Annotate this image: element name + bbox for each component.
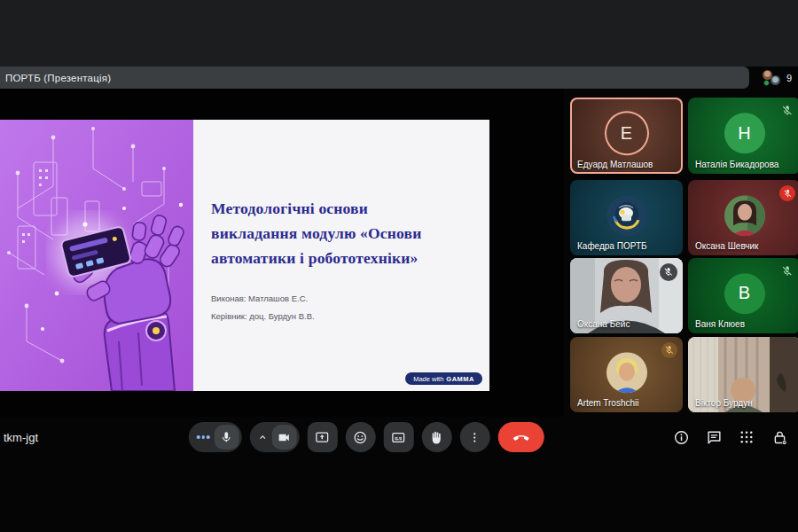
microphone-button[interactable] — [189, 422, 242, 452]
grid-dots-icon — [739, 429, 755, 445]
tile-kafedra-portb[interactable]: Кафедра ПОРТБ — [570, 180, 683, 255]
call-toolbar: tkm-jgt — [0, 417, 798, 458]
participant-name: Оксана Бейс — [577, 319, 630, 329]
hand-icon — [429, 430, 444, 445]
slide-title: Методологічні основи викладання модулю «… — [211, 196, 473, 270]
camera-button[interactable] — [249, 422, 299, 452]
avatar — [724, 195, 765, 236]
tile-vanya-klyuev[interactable]: В Ваня Клюев — [688, 258, 798, 333]
presentation-title: ПОРТБ (Презентація) — [5, 73, 111, 83]
participant-name: Artem Troshchii — [577, 398, 638, 408]
camera-icon — [271, 425, 296, 450]
chat-button[interactable] — [704, 427, 724, 447]
tile-natalia-bykadorova[interactable]: Н Наталія Бикадорова — [688, 98, 798, 174]
more-options-icon — [468, 431, 481, 444]
chat-bubble-icon — [706, 429, 723, 446]
participant-name: Наталія Бикадорова — [695, 160, 778, 169]
slide: Методологічні основи викладання модулю «… — [0, 120, 489, 391]
tile-oksana-shevchyk[interactable]: Оксана Шевчик — [688, 180, 798, 255]
reactions-button[interactable] — [345, 422, 375, 452]
avatar — [606, 195, 647, 236]
tile-eduard-matlashov[interactable]: Е Едуард Матлашов — [570, 98, 683, 174]
slide-illustration — [0, 120, 193, 391]
presentation-title-bar: ПОРТБ (Презентація) — [0, 66, 749, 89]
avatar: Е — [606, 113, 647, 153]
meeting-details-button[interactable] — [671, 427, 691, 447]
lock-gear-icon — [771, 429, 788, 446]
slide-author: Виконав: Матлашов Е.С. — [211, 290, 473, 308]
activities-button[interactable] — [737, 427, 756, 447]
host-controls-button[interactable] — [770, 427, 789, 447]
more-options-button[interactable] — [459, 422, 489, 452]
participants-counter[interactable]: 9 — [761, 66, 792, 89]
present-screen-icon — [315, 430, 330, 445]
present-screen-button[interactable] — [307, 422, 337, 452]
avatar: В — [724, 273, 765, 314]
participant-name: Віктор Бурдун — [695, 398, 753, 408]
avatar — [606, 352, 647, 393]
tile-artem-troshchii[interactable]: Artem Troshchii — [570, 337, 683, 412]
meeting-code: tkm-jgt — [4, 417, 38, 458]
participant-avatars-icon — [761, 69, 782, 87]
audio-activity-icon — [197, 435, 210, 439]
mic-off-icon — [661, 342, 677, 358]
participant-grid: Е Едуард Матлашов Н Наталія Бикадорова — [570, 98, 798, 413]
window-top-strip — [0, 0, 798, 66]
captions-button[interactable] — [383, 422, 413, 452]
end-call-button[interactable] — [497, 422, 544, 452]
smiley-icon — [353, 430, 368, 445]
cc-icon — [391, 430, 406, 445]
call-controls — [189, 422, 544, 452]
mic-icon — [214, 425, 239, 450]
participant-name: Кафедра ПОРТБ — [577, 241, 647, 251]
mic-off-icon — [660, 263, 677, 281]
gamma-badge: Made withGAMMA — [405, 372, 482, 385]
tile-viktor-burdun[interactable]: Віктор Бурдун — [688, 337, 798, 412]
slide-supervisor: Керівник: доц. Бурдун В.В. — [211, 308, 473, 325]
chevron-up-icon — [257, 433, 267, 442]
avatar: Н — [724, 113, 765, 153]
slide-meta: Виконав: Матлашов Е.С. Керівник: доц. Бу… — [211, 290, 473, 325]
tile-oksana-beis[interactable]: Оксана Бейс — [570, 258, 683, 333]
mic-off-icon — [779, 103, 795, 119]
participant-name: Ваня Клюев — [695, 319, 745, 329]
presentation-feed[interactable]: Методологічні основи викладання модулю «… — [0, 89, 564, 417]
raise-hand-button[interactable] — [421, 422, 451, 452]
mic-off-icon — [779, 185, 795, 201]
mic-off-icon — [779, 263, 795, 279]
slide-content: Методологічні основи викладання модулю «… — [193, 120, 489, 391]
participant-count: 9 — [786, 73, 792, 83]
toolbar-right — [671, 417, 789, 458]
participant-name: Оксана Шевчик — [695, 241, 758, 251]
info-icon — [673, 429, 690, 446]
participant-name: Едуард Матлашов — [577, 160, 653, 169]
phone-hangup-icon — [512, 428, 529, 446]
